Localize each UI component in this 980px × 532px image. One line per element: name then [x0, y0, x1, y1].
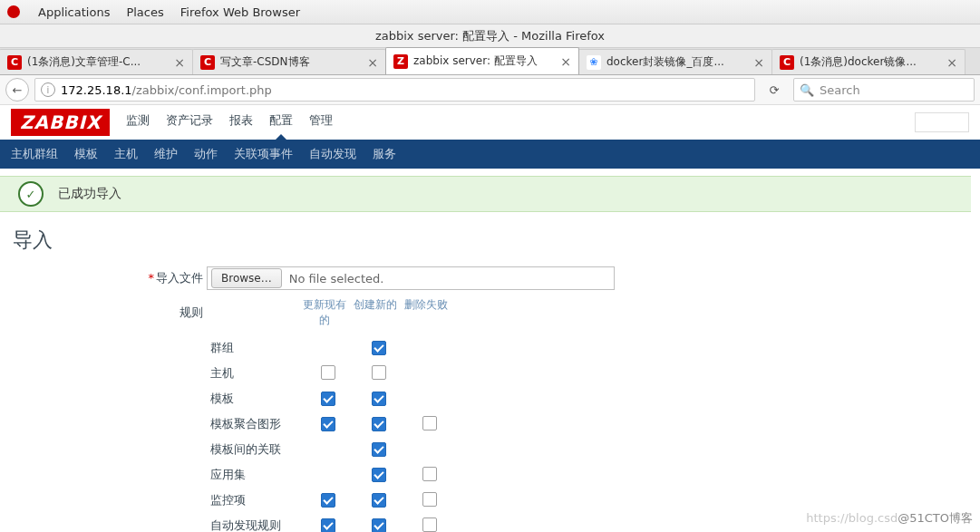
- gnome-top-bar: Applications Places Firefox Web Browser: [0, 0, 980, 24]
- tab-label: docker封装镜像_百度...: [606, 54, 748, 70]
- reload-button[interactable]: ⟳: [761, 83, 788, 97]
- rules-label: 规则: [136, 305, 207, 321]
- main-menu-item-1[interactable]: 资产记录: [166, 112, 213, 132]
- rule-delete-checkbox[interactable]: [422, 416, 437, 430]
- rule-row-3: 模板聚合图形: [136, 411, 980, 437]
- rule-name: 模板间的关联: [210, 441, 303, 458]
- rule-update-checkbox[interactable]: [321, 417, 335, 431]
- sub-menu-item-0[interactable]: 主机群组: [11, 146, 58, 162]
- rule-row-0: 群组: [136, 335, 980, 361]
- rule-name: 群组: [210, 340, 303, 356]
- tab-close-icon[interactable]: ×: [560, 55, 571, 68]
- tab-label: 写文章-CSDN博客: [220, 54, 362, 70]
- page-info-icon[interactable]: i: [41, 82, 55, 97]
- zabbix-logo[interactable]: ZABBIX: [11, 109, 110, 136]
- col-update: 更新现有的: [303, 298, 346, 326]
- rules-grid: 群组主机模板模板聚合图形模板间的关联应用集监控项自动发现规则: [0, 335, 980, 532]
- sub-menu-item-5[interactable]: 关联项事件: [234, 146, 293, 162]
- rule-create-checkbox[interactable]: [372, 442, 386, 457]
- tab-label: zabbix server: 配置导入: [413, 53, 555, 69]
- tab-close-icon[interactable]: ×: [174, 56, 185, 69]
- main-menu-item-3[interactable]: 配置: [269, 112, 293, 132]
- rule-name: 模板聚合图形: [210, 416, 303, 432]
- rule-create-checkbox[interactable]: [372, 341, 386, 355]
- rule-create-checkbox[interactable]: [372, 493, 386, 508]
- success-text: 已成功导入: [58, 186, 121, 202]
- browser-tab-4[interactable]: C(1条消息)docker镜像...×: [771, 49, 965, 74]
- rule-create-checkbox[interactable]: [372, 417, 386, 431]
- firefox-window-title: zabbix server: 配置导入 - Mozilla Firefox: [0, 24, 980, 48]
- col-delete: 删除失败: [404, 298, 448, 311]
- tab-close-icon[interactable]: ×: [367, 56, 378, 69]
- main-menu-item-0[interactable]: 监测: [126, 112, 150, 132]
- rule-delete-checkbox[interactable]: [422, 517, 437, 532]
- main-menu-item-2[interactable]: 报表: [229, 112, 253, 132]
- rule-name: 应用集: [210, 467, 303, 483]
- tab-label: (1条消息)文章管理-C...: [27, 54, 169, 70]
- browser-tab-0[interactable]: C(1条消息)文章管理-C...×: [0, 49, 193, 74]
- gnome-active-app[interactable]: Firefox Web Browser: [180, 5, 300, 19]
- firefox-tab-strip: C(1条消息)文章管理-C...×C写文章-CSDN博客×Zzabbix ser…: [0, 48, 980, 75]
- tab-favicon-icon: C: [200, 55, 215, 70]
- browser-tab-2[interactable]: Zzabbix server: 配置导入×: [385, 47, 579, 74]
- rule-name: 主机: [210, 365, 303, 382]
- rule-update-checkbox[interactable]: [321, 392, 335, 406]
- tab-favicon-icon: Z: [393, 54, 408, 69]
- rule-create-checkbox[interactable]: [372, 468, 386, 482]
- rule-create-checkbox[interactable]: [372, 392, 386, 406]
- sub-menu-item-3[interactable]: 维护: [154, 146, 178, 162]
- tab-favicon-icon: ❀: [587, 55, 601, 70]
- col-create: 创建新的: [354, 298, 397, 311]
- page-title: 导入: [0, 219, 980, 266]
- zabbix-header: ZABBIX 监测资产记录报表配置管理: [0, 105, 980, 140]
- import-form: *导入文件 Browse… No file selected. 规则 更新现有的…: [0, 266, 980, 328]
- sub-menu-item-4[interactable]: 动作: [194, 146, 218, 162]
- tab-favicon-icon: C: [7, 55, 22, 70]
- sub-menu-item-2[interactable]: 主机: [114, 146, 138, 162]
- rule-row-6: 监控项: [136, 488, 980, 513]
- rule-create-checkbox[interactable]: [372, 518, 386, 532]
- rule-row-4: 模板间的关联: [136, 437, 980, 462]
- browse-button[interactable]: Browse…: [211, 268, 282, 288]
- sub-menu-item-1[interactable]: 模板: [74, 146, 98, 162]
- browser-search-input[interactable]: 🔍 Search: [793, 78, 975, 102]
- import-file-label: *导入文件: [136, 270, 207, 286]
- back-button[interactable]: ←: [5, 78, 29, 102]
- file-status-text: No file selected.: [289, 272, 384, 285]
- search-icon: 🔍: [800, 83, 814, 97]
- browser-tab-1[interactable]: C写文章-CSDN博客×: [192, 49, 386, 74]
- tab-label: (1条消息)docker镜像...: [800, 54, 941, 70]
- zabbix-main-menu: 监测资产记录报表配置管理: [126, 112, 333, 132]
- rule-create-checkbox[interactable]: [372, 365, 386, 380]
- url-host: 172.25.18.1: [61, 83, 132, 97]
- main-menu-item-4[interactable]: 管理: [309, 112, 333, 132]
- import-file-field[interactable]: Browse… No file selected.: [207, 266, 615, 290]
- zabbix-sub-menu: 主机群组模板主机维护动作关联项事件自动发现服务: [0, 140, 980, 169]
- success-message: ✓ 已成功导入: [9, 176, 971, 212]
- check-icon: ✓: [18, 181, 44, 207]
- rule-row-2: 模板: [136, 386, 980, 411]
- browser-tab-3[interactable]: ❀docker封装镜像_百度...×: [578, 49, 772, 74]
- rule-update-checkbox[interactable]: [321, 518, 335, 532]
- tab-favicon-icon: C: [780, 55, 794, 70]
- tab-close-icon[interactable]: ×: [753, 56, 764, 69]
- rule-delete-checkbox[interactable]: [422, 492, 437, 507]
- url-bar[interactable]: i 172.25.18.1/zabbix/conf.import.php: [34, 78, 755, 102]
- rule-delete-checkbox[interactable]: [422, 467, 437, 481]
- rule-name: 监控项: [210, 492, 303, 508]
- tab-close-icon[interactable]: ×: [946, 56, 957, 69]
- url-path: /zabbix/conf.import.php: [132, 83, 272, 97]
- sub-menu-item-7[interactable]: 服务: [373, 146, 396, 162]
- firefox-nav-bar: ← i 172.25.18.1/zabbix/conf.import.php ⟳…: [0, 75, 980, 105]
- rule-name: 自动发现规则: [210, 517, 303, 532]
- rule-row-1: 主机: [136, 361, 980, 386]
- gnome-applications[interactable]: Applications: [38, 5, 110, 19]
- watermark: https://blog.csd@51CTO博客: [806, 510, 973, 527]
- rule-update-checkbox[interactable]: [321, 493, 335, 508]
- redhat-icon: [7, 5, 20, 18]
- zabbix-header-search[interactable]: [915, 112, 969, 132]
- gnome-places[interactable]: Places: [126, 5, 163, 19]
- sub-menu-item-6[interactable]: 自动发现: [309, 146, 356, 162]
- rule-name: 模板: [210, 391, 303, 407]
- rule-update-checkbox[interactable]: [321, 365, 335, 380]
